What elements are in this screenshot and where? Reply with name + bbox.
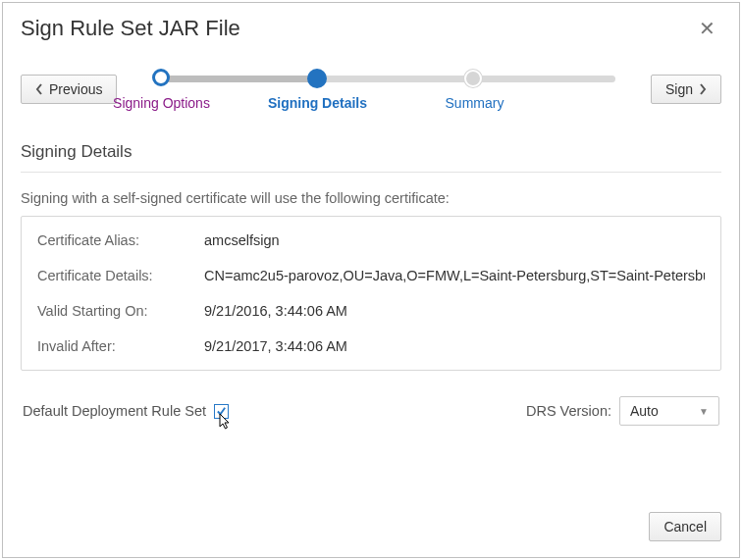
sign-button-label: Sign [665, 81, 693, 97]
cancel-button-label: Cancel [663, 519, 707, 535]
cert-row-invalid: Invalid After: 9/21/2017, 3:44:06 AM [37, 338, 705, 354]
step-node-1[interactable] [152, 69, 170, 86]
cert-invalid-label: Invalid After: [37, 338, 204, 354]
chevron-down-icon: ▼ [699, 406, 709, 417]
section-intro: Signing with a self-signed certificate w… [21, 190, 721, 206]
cert-alias-value: amcselfsign [204, 232, 705, 248]
step-label-3: Summary [446, 95, 504, 111]
section-title: Signing Details [21, 132, 721, 173]
previous-button-label: Previous [49, 81, 102, 97]
default-drs-checkbox[interactable] [214, 404, 229, 419]
chevron-right-icon [699, 83, 707, 95]
cert-details-label: Certificate Details: [37, 268, 204, 283]
footer: Cancel [3, 502, 739, 557]
cert-invalid-value: 9/21/2017, 3:44:06 AM [204, 338, 705, 354]
certificate-box: Certificate Alias: amcselfsign Certifica… [21, 216, 721, 371]
title-bar: Sign Rule Set JAR File ✕ [3, 3, 739, 60]
close-icon[interactable]: ✕ [693, 15, 721, 42]
drs-version-value: Auto [630, 403, 659, 419]
step-label-2: Signing Details [268, 95, 367, 111]
body-area: Signing Details Signing with a self-sign… [3, 125, 739, 502]
cert-row-details: Certificate Details: CN=amc2u5-parovoz,O… [37, 268, 705, 283]
cert-row-alias: Certificate Alias: amcselfsign [37, 232, 705, 248]
check-icon [216, 406, 227, 417]
cancel-button[interactable]: Cancel [649, 512, 721, 541]
drs-version-label: DRS Version: [526, 403, 611, 419]
cert-valid-value: 9/21/2016, 3:44:06 AM [204, 303, 705, 319]
step-track-fill [158, 76, 313, 82]
sign-button[interactable]: Sign [651, 75, 721, 104]
dialog: Sign Rule Set JAR File ✕ Previous Signin… [2, 2, 740, 558]
cert-details-value: CN=amc2u5-parovoz,OU=Java,O=FMW,L=Saint-… [204, 268, 705, 283]
dialog-title: Sign Rule Set JAR File [21, 16, 240, 41]
drs-version-select[interactable]: Auto ▼ [619, 396, 719, 426]
step-label-1: Signing Options [113, 95, 210, 111]
default-drs-label: Default Deployment Rule Set [23, 403, 206, 419]
previous-button[interactable]: Previous [21, 75, 117, 104]
step-node-3[interactable] [464, 70, 482, 87]
cert-row-valid: Valid Starting On: 9/21/2016, 3:44:06 AM [37, 303, 705, 319]
cert-valid-label: Valid Starting On: [37, 303, 204, 319]
chevron-left-icon [35, 83, 43, 95]
cert-alias-label: Certificate Alias: [37, 232, 204, 248]
wizard-steps: Signing Options Signing Details Summary [131, 66, 637, 113]
step-node-2[interactable] [307, 69, 327, 88]
wizard-row: Previous Signing Options Signing Details… [3, 60, 739, 125]
options-row: Default Deployment Rule Set DRS Version:… [21, 371, 721, 430]
